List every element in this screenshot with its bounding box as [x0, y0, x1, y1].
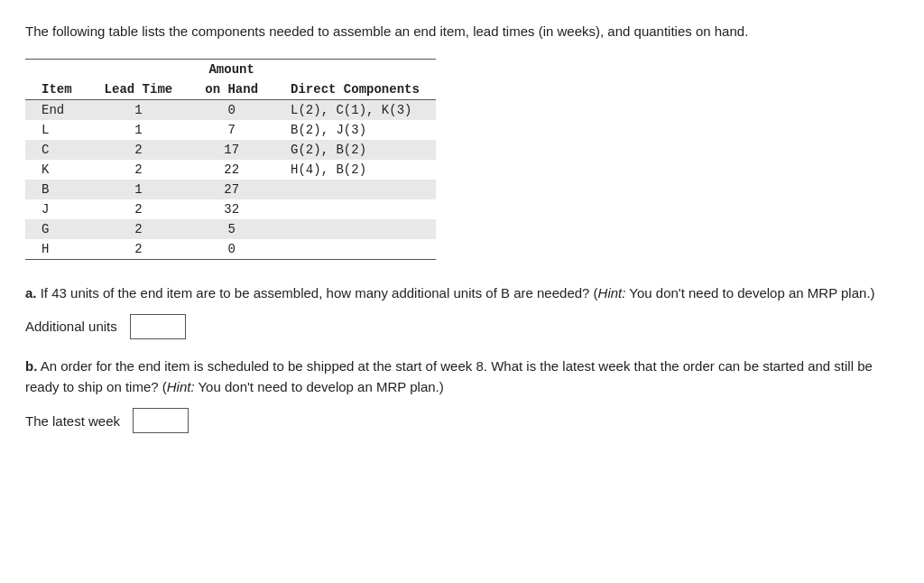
cell-on_hand: 27	[189, 180, 274, 199]
cell-lead_time: 1	[88, 120, 189, 140]
components-table-wrapper: Amount Item Lead Time on Hand Direct Com…	[25, 59, 436, 260]
section-b-text: An order for the end item is scheduled t…	[25, 358, 873, 394]
cell-on_hand: 0	[189, 239, 274, 260]
section-a-label: a.	[25, 285, 37, 301]
table-row: L17B(2), J(3)	[25, 120, 436, 140]
section-b-answer-row: The latest week	[25, 408, 899, 433]
cell-lead_time: 2	[88, 239, 189, 260]
cell-item: K	[25, 160, 88, 180]
cell-direct: B(2), J(3)	[274, 120, 436, 140]
section-b-question: b. An order for the end item is schedule…	[25, 356, 899, 398]
cell-item: C	[25, 140, 88, 160]
cell-on_hand: 17	[189, 140, 274, 160]
cell-direct: H(4), B(2)	[274, 160, 436, 180]
col-onhand-label: on Hand	[189, 79, 274, 100]
col-direct-label: Direct Components	[274, 79, 436, 100]
cell-lead_time: 2	[88, 140, 189, 160]
cell-on_hand: 22	[189, 160, 274, 180]
cell-direct: L(2), C(1), K(3)	[274, 99, 436, 120]
cell-item: L	[25, 120, 88, 140]
cell-item: B	[25, 180, 88, 199]
cell-direct	[274, 219, 436, 239]
section-a-text: If 43 units of the end item are to be as…	[41, 285, 598, 301]
cell-lead_time: 1	[88, 99, 189, 120]
cell-on_hand: 0	[189, 99, 274, 120]
section-a-question: a. If 43 units of the end item are to be…	[25, 282, 899, 303]
col-leadtime-header-empty	[88, 59, 189, 79]
section-a-hint-text: You don't need to develop an MRP plan.)	[625, 285, 874, 301]
section-a: a. If 43 units of the end item are to be…	[25, 282, 899, 339]
section-b-label: b.	[25, 358, 37, 374]
cell-lead_time: 1	[88, 180, 189, 199]
cell-on_hand: 5	[189, 219, 274, 239]
table-row: B127	[25, 180, 436, 199]
cell-direct	[274, 239, 436, 260]
col-item-header-empty	[25, 59, 88, 79]
cell-direct: G(2), B(2)	[274, 140, 436, 160]
section-b: b. An order for the end item is schedule…	[25, 356, 899, 434]
cell-item: G	[25, 219, 88, 239]
section-b-hint-text: You don't need to develop an MRP plan.)	[195, 379, 444, 394]
cell-item: H	[25, 239, 88, 260]
section-a-answer-label: Additional units	[25, 316, 117, 337]
col-item-label: Item	[25, 79, 88, 100]
cell-on_hand: 32	[189, 199, 274, 219]
table-row: End10L(2), C(1), K(3)	[25, 99, 436, 120]
latest-week-input[interactable]	[133, 408, 189, 433]
section-b-hint-label: Hint:	[167, 379, 195, 394]
table-body: End10L(2), C(1), K(3)L17B(2), J(3)C217G(…	[25, 99, 436, 259]
cell-lead_time: 2	[88, 160, 189, 180]
table-row: C217G(2), B(2)	[25, 140, 436, 160]
cell-lead_time: 2	[88, 199, 189, 219]
table-row: H20	[25, 239, 436, 260]
table-header-row1: Amount	[25, 59, 436, 79]
cell-direct	[274, 199, 436, 219]
col-leadtime-label: Lead Time	[88, 79, 189, 100]
section-a-answer-row: Additional units	[25, 314, 899, 339]
table-row: K222H(4), B(2)	[25, 160, 436, 180]
table-row: J232	[25, 199, 436, 219]
cell-on_hand: 7	[189, 120, 274, 140]
components-table: Amount Item Lead Time on Hand Direct Com…	[25, 59, 436, 260]
table-row: G25	[25, 219, 436, 239]
cell-item: J	[25, 199, 88, 219]
additional-units-input[interactable]	[130, 314, 186, 339]
col-amount-header: Amount	[189, 59, 274, 79]
col-direct-header-empty	[274, 59, 436, 79]
cell-item: End	[25, 99, 88, 120]
section-a-hint-label: Hint:	[598, 285, 626, 301]
cell-lead_time: 2	[88, 219, 189, 239]
section-b-answer-label: The latest week	[25, 411, 120, 431]
table-header-row2: Item Lead Time on Hand Direct Components	[25, 79, 436, 100]
intro-paragraph: The following table lists the components…	[25, 22, 899, 42]
cell-direct	[274, 180, 436, 199]
